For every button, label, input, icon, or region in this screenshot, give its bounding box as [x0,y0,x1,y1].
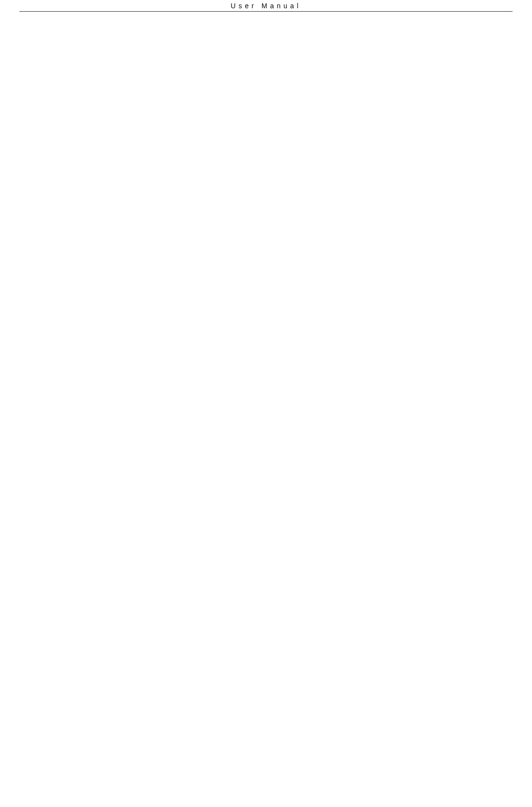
document-header: User Manual [19,0,513,12]
